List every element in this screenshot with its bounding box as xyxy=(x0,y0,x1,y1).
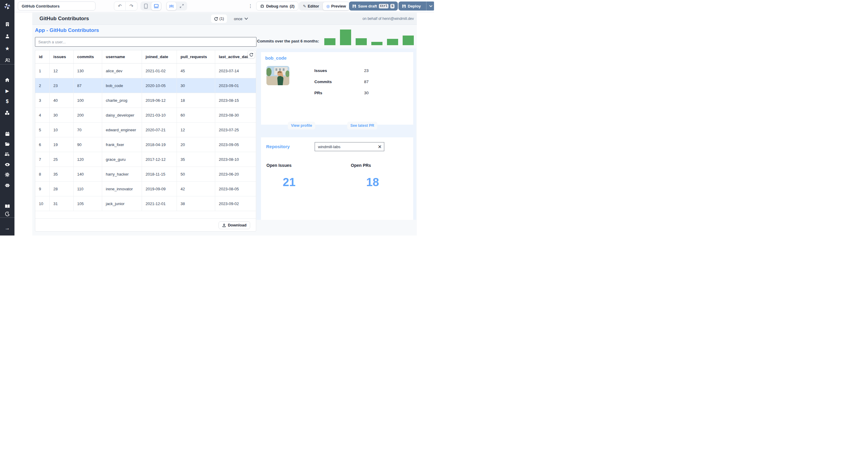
open-prs-label: Open PRs xyxy=(351,163,371,168)
sidebar-expand-button[interactable]: → xyxy=(0,224,14,232)
centered-layout-button[interactable]: |0| xyxy=(167,2,176,10)
fullwidth-layout-button[interactable] xyxy=(177,2,187,10)
sidebar-item-theme[interactable] xyxy=(0,210,14,218)
save-draft-button[interactable]: Save draft Ctrl S xyxy=(349,1,398,10)
commit-bar xyxy=(403,36,414,45)
open-issues-value: 21 xyxy=(283,176,296,189)
repository-input[interactable] xyxy=(315,144,375,149)
table-row[interactable]: 1031105jack_junior2021-12-01382023-09-02 xyxy=(35,196,256,211)
desktop-view-button[interactable] xyxy=(151,2,161,10)
schedule-dropdown[interactable]: once xyxy=(234,14,248,23)
table-cell: 140 xyxy=(73,167,102,181)
table-cell: 2017-12-12 xyxy=(142,152,177,167)
table-cell: 35 xyxy=(50,167,73,181)
table-cell: 38 xyxy=(177,196,215,211)
table-cell: 2023-08-30 xyxy=(215,108,256,122)
table-row[interactable]: 22387bob_code2020-10-05302023-09-01 xyxy=(35,78,256,93)
redo-button[interactable]: ↷ xyxy=(126,2,137,10)
debug-runs-button[interactable]: Debug runs (2) xyxy=(256,1,299,10)
table-refresh-button[interactable] xyxy=(247,51,255,59)
schedule-value: once xyxy=(234,16,242,21)
repository-card: Repository ✕ Open Issues Open PRs 21 18 xyxy=(261,137,413,220)
commits-bar-chart xyxy=(324,30,414,45)
stat-row-commits: Commits87 xyxy=(314,79,393,84)
table-row[interactable]: 340100charlie_prog2019-06-12182023-08-15 xyxy=(35,93,256,108)
table-row[interactable]: 51070edward_engineer2020-07-21122023-07-… xyxy=(35,123,256,137)
table-row[interactable]: 835140harry_hacker2018-11-15502023-06-20 xyxy=(35,167,256,181)
editor-tab[interactable]: ✎ Editor xyxy=(300,2,322,10)
windmill-logo[interactable] xyxy=(0,0,14,12)
search-input[interactable] xyxy=(35,37,256,47)
clear-input-icon[interactable]: ✕ xyxy=(375,144,384,150)
view-profile-button[interactable]: View profile xyxy=(288,122,315,130)
sidebar-item-audit[interactable] xyxy=(0,161,14,168)
undo-button[interactable]: ↶ xyxy=(114,2,126,10)
dollar-icon: $ xyxy=(6,99,9,104)
table-cell: 2023-08-15 xyxy=(215,93,256,107)
app-title-input[interactable] xyxy=(18,1,96,10)
deploy-label: Deploy xyxy=(408,4,421,8)
app-title: GitHub Contributors xyxy=(39,16,89,22)
table-cell: 87 xyxy=(73,78,102,93)
users-gear-icon xyxy=(4,152,10,156)
table-cell: 2023-08-10 xyxy=(215,152,256,167)
chart-title: Commits over the past 6 months: xyxy=(257,39,319,43)
table-cell: 2021-01-02 xyxy=(142,64,177,78)
debug-runs-label: Debug runs xyxy=(266,4,288,8)
table-row[interactable]: 112130alice_dev2021-01-02452023-07-14 xyxy=(35,64,256,78)
user-card-title: bob_code xyxy=(265,56,287,61)
download-button[interactable]: Download xyxy=(218,221,250,229)
preview-tab[interactable]: ◎ Preview xyxy=(323,2,349,10)
chevron-down-icon xyxy=(429,5,433,7)
sidebar-item-workspace[interactable] xyxy=(0,20,14,28)
table-row[interactable]: 725120grace_guru2017-12-12352023-08-10 xyxy=(35,152,256,167)
sidebar-item-users[interactable] xyxy=(0,56,14,64)
book-icon xyxy=(5,204,10,208)
table-row[interactable]: 61990frank_fixer2018-04-19202023-09-05 xyxy=(35,137,256,152)
kbd-s: S xyxy=(390,4,395,8)
mobile-view-button[interactable] xyxy=(141,2,151,10)
sidebar-item-resources[interactable] xyxy=(0,109,14,116)
table-cell: 30 xyxy=(50,108,73,122)
sidebar-item-folders[interactable] xyxy=(0,140,14,148)
table-cell: 18 xyxy=(177,93,215,107)
table-cell: irene_innovator xyxy=(102,181,142,196)
table-row[interactable]: 928110irene_innovator2019-09-09422023-08… xyxy=(35,181,256,196)
table-cell: 1 xyxy=(35,64,50,78)
app-refresh-button[interactable]: (1) xyxy=(211,14,227,23)
deploy-button[interactable]: Deploy xyxy=(398,1,424,10)
see-latest-pr-button[interactable]: See latest PR xyxy=(347,122,377,130)
refresh-count: (1) xyxy=(219,16,224,21)
sidebar-item-home[interactable] xyxy=(0,76,14,84)
sidebar-item-runs[interactable]: ▶ xyxy=(0,87,14,95)
sidebar-item-docs[interactable] xyxy=(0,202,14,210)
column-header-username: username xyxy=(102,50,142,63)
sidebar-item-schedules[interactable] xyxy=(0,130,14,138)
top-toolbar: ↶ ↷ |0| ⋮ Debug runs (2) xyxy=(0,0,434,12)
table-cell: 23 xyxy=(50,78,73,93)
user-avatar xyxy=(267,66,289,85)
table-cell: 105 xyxy=(73,196,102,211)
deploy-options-button[interactable] xyxy=(426,1,434,10)
gear-icon xyxy=(5,172,10,177)
sidebar-item-groups[interactable] xyxy=(0,150,14,158)
table-cell: 2018-11-15 xyxy=(142,167,177,181)
sidebar-item-variables[interactable]: $ xyxy=(0,98,14,105)
sidebar-item-workers[interactable] xyxy=(0,181,14,189)
stat-value: 23 xyxy=(364,68,369,73)
pencil-icon: ✎ xyxy=(303,4,306,8)
repository-card-title: Repository xyxy=(266,144,290,149)
robot-icon xyxy=(5,183,10,187)
sidebar-item-user[interactable] xyxy=(0,32,14,40)
table-cell: 12 xyxy=(50,64,73,78)
table-cell: 2023-09-05 xyxy=(215,137,256,152)
editor-label: Editor xyxy=(308,4,319,8)
refresh-icon xyxy=(214,17,218,21)
table-cell: 6 xyxy=(35,137,50,152)
table-row[interactable]: 430200daisy_developer2021-03-10602023-08… xyxy=(35,108,256,123)
sidebar-item-settings[interactable] xyxy=(0,171,14,178)
table-cell: 50 xyxy=(177,167,215,181)
sidebar-item-favorites[interactable]: ★ xyxy=(0,44,14,53)
more-options-button[interactable]: ⋮ xyxy=(248,2,253,10)
table-cell: 2023-07-25 xyxy=(215,123,256,137)
